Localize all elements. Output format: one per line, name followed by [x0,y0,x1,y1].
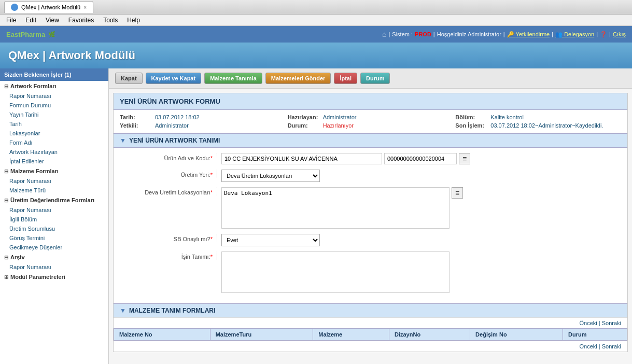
delegasyon-label: Delegasyon [564,31,594,37]
info-hazirlayan: Hazırlayan: Administrator [288,114,454,120]
separator5: | [596,31,598,37]
yetkilendirme-link[interactable]: 🔑 Yetkilendirme [507,31,550,38]
sidebar-item-gecikmeye-dusenler[interactable]: Gecikmeye Düşenler [0,243,108,252]
yetkilendirme-label: Yetkilendirme [516,31,550,37]
expand-icon-uretim: ⊟ [4,198,8,203]
browser-menubar: File Edit View Favorites Tools Help [0,15,632,26]
sidebar-item-malzeme-turu[interactable]: Malzeme Türü [0,186,108,195]
deva-uretim-textarea[interactable]: Deva Lokasyon1 [221,187,450,229]
separator6: | [609,31,611,37]
onceki-link-top[interactable]: Önceki [579,320,597,326]
expand-icon-malzeme: ⊟ [4,169,8,174]
sidebar-item-rapor-no-3[interactable]: Rapor Numarası [0,205,108,215]
welcome-text: Hoşgeldiniz Administrator [437,31,501,37]
menu-help[interactable]: Help [123,16,144,25]
kaydet-kapat-button[interactable]: Kaydet ve Kapat [146,73,202,84]
menu-file[interactable]: File [2,16,20,25]
delegasyon-link[interactable]: 👥 Delegasyon [555,31,594,38]
key-icon: 🔑 [507,31,514,37]
sidebar-item-rapor-no-4[interactable]: Rapor Numarası [0,262,108,272]
sidebar-section-arsiv[interactable]: ⊟ Arşiv [0,252,108,262]
expand-icon-arsiv: ⊟ [4,255,8,260]
info-tarih: Tarih: 03.07.2012 18:02 [120,114,286,120]
required-star-1: * [210,155,213,161]
field-row-uretim-yeri: Üretim Yeri:* Deva Üretim Lokasyonları [124,170,617,182]
isin-tanimi-control [221,251,617,293]
sb-onayli-label: SB Onaylı mı?* [124,234,217,242]
urun-list-icon[interactable]: ≡ [459,153,470,164]
sidebar-item-form-adi[interactable]: Form Adı [0,138,108,147]
pagination-bar-top: Önceki | Sonraki [114,317,627,328]
info-son-islem: Son İşlem: 03.07.2012 18:02~Administrato… [455,122,621,129]
top-bar-left: EastPharma 🌿 [6,31,55,38]
kapat-button[interactable]: Kapat [115,73,143,84]
col-degisim-no: Değişim No [470,329,563,341]
table-header-row: Malzeme No MalzemeTuru Malzeme DizaynNo … [114,329,627,341]
app-title-bar: QMex | Artwork Modülü [0,43,632,68]
urun-adi-input[interactable] [221,153,382,164]
sidebar-section-malzeme-label: Malzeme Formları [10,168,59,174]
sidebar-section-modul[interactable]: ⊞ Modül Parametreleri [0,272,108,282]
menu-tools[interactable]: Tools [99,16,122,25]
urun-adi-control: ≡ [221,153,617,164]
deva-uretim-list-icon[interactable]: ≡ [452,187,463,199]
section1-title: YENİ ÜRÜN ARTWORK TANIMI [129,137,220,144]
form-container: YENİ ÜRÜN ARTWORK FORMU Tarih: 03.07.201… [113,93,628,352]
sb-onayli-select[interactable]: Evet Hayır [221,234,320,246]
deva-uretim-label: Deva Üretim Lokasyonları* [124,187,217,195]
isin-tanimi-textarea[interactable] [221,251,450,293]
form-fields: Ürün Adı ve Kodu:* ≡ Üretim Yeri:* [114,148,627,303]
sidebar-section-arsiv-label: Arşiv [10,254,25,260]
sidebar-item-formun-durumu[interactable]: Formun Durumu [0,101,108,110]
browser-tab[interactable]: QMex | Artwork Modülü × [4,1,93,13]
malzeme-table: Malzeme No MalzemeTuru Malzeme DizaynNo … [114,328,627,341]
home-icon[interactable]: ⌂ [382,30,386,38]
field-row-deva-uretim: Deva Üretim Lokasyonları* Deva Lokasyon1… [124,187,617,229]
required-star-2: * [210,172,213,178]
uretim-yeri-select[interactable]: Deva Üretim Lokasyonları [221,170,320,182]
sidebar-item-uretim-sorumlusu[interactable]: Üretim Sorumlusu [0,224,108,233]
durum-label: Durum: [288,122,319,129]
tarih-label: Tarih: [120,114,151,120]
menu-favorites[interactable]: Favorites [64,16,98,25]
sidebar-item-rapor-no-1[interactable]: Rapor Numarası [0,91,108,101]
sonraki-link-top[interactable]: Sonraki [602,320,621,326]
iptal-button[interactable]: İptal [334,73,357,84]
menu-view[interactable]: View [41,16,63,25]
sidebar-section-artwork[interactable]: ⊟ Artwork Formları [0,81,108,91]
sidebar-item-yayin-tarihi[interactable]: Yayın Tarihi [0,110,108,119]
toolbar: Kapat Kaydet ve Kapat Malzeme Tanımla Ma… [109,68,632,89]
required-star-4: * [210,236,213,242]
sidebar-section-uretim[interactable]: ⊟ Üretim Değerlendirme Formları [0,195,108,205]
col-dizayn-no: DizaynNo [389,329,470,341]
malzemeleri-gonder-button[interactable]: Malzemeleri Gönder [265,73,331,84]
sidebar-item-gorus-termini[interactable]: Görüş Termini [0,233,108,243]
logo: EastPharma [6,31,45,38]
uretim-yeri-label: Üretim Yeri:* [124,170,217,178]
sidebar-item-artwork-hazirlayan[interactable]: Artwork Hazırlayan [0,147,108,157]
malzeme-header: ▼ MALZEME TANIM FORMLARI [114,303,627,317]
malzeme-tanimi-button[interactable]: Malzeme Tanımla [204,73,262,84]
help-icon: ❓ [600,31,607,38]
form-title: YENİ ÜRÜN ARTWORK FORMU [120,97,220,105]
sidebar-item-iptal-edilenler[interactable]: İptal Edilenler [0,157,108,166]
leaf-icon: 🌿 [48,31,55,38]
menu-edit[interactable]: Edit [21,16,40,25]
cikis-link[interactable]: Çıkış [613,31,626,37]
durum-button[interactable]: Durum [360,73,390,84]
onceki-link-bottom[interactable]: Önceki [579,343,597,349]
sidebar-item-rapor-no-2[interactable]: Rapor Numarası [0,176,108,186]
tarih-value: 03.07.2012 18:02 [155,114,200,120]
sidebar-item-ilgili-bolum[interactable]: İlgili Bölüm [0,215,108,224]
browser-tab-icon [11,4,18,11]
sidebar-item-lokasyonlar[interactable]: Lokasyonlar [0,129,108,138]
required-star-3: * [210,189,213,195]
hazirlayan-value: Administrator [323,114,357,120]
sidebar-item-tarih[interactable]: Tarih [0,119,108,129]
sidebar-section-malzeme[interactable]: ⊟ Malzeme Formları [0,166,108,176]
info-yetkili: Yetkili: Administrator [120,122,286,129]
son-islem-value: 03.07.2012 18:02~Administrator~Kaydedild… [490,122,603,129]
browser-tab-close[interactable]: × [83,5,87,10]
urun-kodu-input[interactable] [384,153,457,164]
sonraki-link-bottom[interactable]: Sonraki [602,343,621,349]
